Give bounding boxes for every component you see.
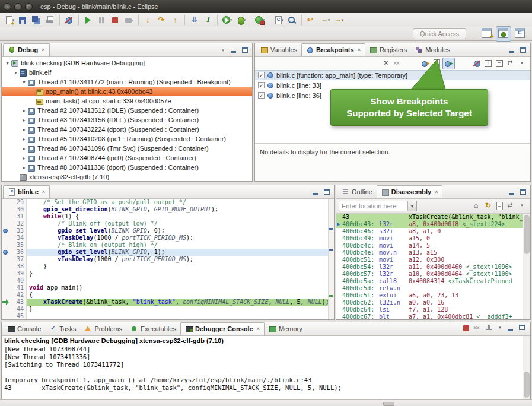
save-all-button[interactable]: [30, 14, 43, 26]
twisty-icon[interactable]: ▾: [21, 80, 27, 85]
scrollbar-thumb[interactable]: [524, 372, 530, 398]
code-line[interactable]: xTaskCreate(&blink_task, "blink_task", c…: [27, 299, 328, 306]
tab-problems[interactable]: Problems: [80, 322, 126, 335]
disassembly-row[interactable]: 400dbc54:l32ra11, 0x400d0460 <_stext+109…: [336, 264, 530, 271]
step-into-button[interactable]: [141, 14, 155, 26]
breakpoint-checkbox[interactable]: ✓: [258, 82, 265, 88]
suspend-button[interactable]: [95, 14, 109, 26]
close-tab-icon[interactable]: ×: [435, 189, 438, 195]
search-button[interactable]: [285, 14, 299, 26]
tab-memory[interactable]: Memory: [265, 322, 307, 335]
show-breakpoints-for-selection-button[interactable]: [420, 58, 431, 69]
maximize-view-icon[interactable]: [519, 46, 528, 55]
code-line[interactable]: [27, 313, 328, 319]
print-button[interactable]: [43, 14, 57, 26]
tab-console[interactable]: Console: [3, 322, 45, 335]
disassembly-row[interactable]: 400dbc51:movia12, 0x300: [336, 256, 530, 264]
twisty-icon[interactable]: ▸: [21, 108, 27, 113]
step-over-button[interactable]: [155, 14, 168, 26]
disassembly-row[interactable]: 400dbc5a:call80x40084314 <xTaskCreatePin…: [336, 278, 530, 285]
code-line[interactable]: /* Blink off (output low) */: [27, 220, 328, 227]
console-scrollbar[interactable]: [523, 336, 530, 399]
tab-breakpoints[interactable]: Breakpoints×: [301, 43, 365, 56]
c-cpp-perspective-button[interactable]: [513, 27, 527, 41]
code-line[interactable]: gpio_set_level(BLINK_GPIO, 1);: [27, 249, 328, 256]
disassembly-row[interactable]: 400dbc46:s32ia8, a1, 0: [336, 228, 530, 235]
breakpoint-marker[interactable]: [2, 249, 9, 256]
minimize-console-button[interactable]: [506, 323, 517, 334]
twisty-icon[interactable]: ▸: [21, 118, 27, 123]
disassembly-row[interactable]: 400dbc4c:movia14, 5: [336, 242, 530, 249]
view-menu-button[interactable]: [517, 58, 528, 69]
code-editor[interactable]: 29 /* Set the GPIO as a push/pull output…: [2, 199, 334, 319]
tab-modules[interactable]: Modules: [411, 43, 454, 56]
window-maximize-button[interactable]: □: [25, 3, 33, 11]
skip-all-breakpoints-view-button[interactable]: [472, 58, 483, 69]
twisty-icon[interactable]: ▾: [12, 70, 19, 75]
code-line[interactable]: [27, 277, 328, 284]
disassembly-row[interactable]: 400dbc4e:mov.na13, a15: [336, 249, 530, 256]
breakpoint-annotation[interactable]: [329, 228, 333, 230]
disassembly-row[interactable]: 400dbc43:l32ra8, 0x400d00f8 <_stext+224>: [336, 221, 530, 228]
step-return-button[interactable]: [168, 14, 182, 26]
breakpoint-item[interactable]: ✓blink.c [function: app_main] [type: Tem…: [255, 70, 530, 80]
console-output[interactable]: blink checking [GDB Hardware Debugging] …: [2, 336, 530, 399]
window-close-button[interactable]: ×: [4, 3, 11, 11]
breakpoint-checkbox[interactable]: ✓: [258, 72, 265, 78]
code-line[interactable]: }: [27, 306, 328, 313]
resume-button[interactable]: [81, 14, 95, 26]
run-button[interactable]: ▾: [220, 14, 234, 26]
sash-gripper[interactable]: [383, 402, 394, 406]
code-line[interactable]: vTaskDelay(1000 / portTICK_PERIOD_MS);: [27, 256, 328, 263]
remove-all-terminated-button[interactable]: [472, 323, 483, 334]
tab-debugger-console[interactable]: Debugger Console×: [180, 322, 265, 335]
code-line[interactable]: void app_main(): [27, 284, 328, 291]
debug-button[interactable]: ▾: [234, 14, 247, 26]
disassembly-row[interactable]: 400dbc62:l32i.na0, a0, 16: [336, 299, 530, 306]
code-line[interactable]: {: [27, 291, 328, 299]
minimize-view-icon[interactable]: [311, 188, 320, 196]
terminate-button[interactable]: [109, 14, 122, 26]
disassembly-row[interactable]: 400dbc5f:extuia6, a0, 23, 13: [336, 292, 530, 299]
tab-executables[interactable]: Executables: [126, 322, 180, 335]
debug-tree-item[interactable]: ▸Thread #2 1073413512 (IDLE) (Suspended …: [2, 106, 252, 115]
code-line[interactable]: /* Blink on (output high) */: [27, 242, 328, 249]
instruction-pointer-marker[interactable]: [2, 299, 9, 306]
show-supported-breakpoints-button[interactable]: [442, 58, 455, 69]
forward-button[interactable]: ▾: [332, 14, 345, 26]
tab-outline[interactable]: Outline: [337, 185, 377, 198]
quick-access-button[interactable]: Quick Access: [413, 28, 466, 39]
collapse-all-button[interactable]: [494, 58, 505, 69]
tab-tasks[interactable]: Tasks: [45, 322, 80, 335]
instruction-stepping-button[interactable]: [201, 14, 215, 26]
maximize-view-icon[interactable]: [241, 46, 250, 55]
terminate-console-button[interactable]: [461, 323, 472, 334]
console-view-menu-button[interactable]: [495, 323, 506, 334]
show-source-button[interactable]: [494, 201, 505, 211]
location-combo[interactable]: Enter location here ▼: [339, 201, 417, 211]
debug-tree-item[interactable]: ▸Thread #5 1073410208 (ipc1 : Running) (…: [2, 134, 252, 144]
minimize-view-icon[interactable]: [508, 46, 517, 55]
disassembly-content[interactable]: 43xTaskCreate(&blink_task, "blink_tas400…: [336, 214, 530, 319]
debug-tree-item[interactable]: ▾blink checking [GDB Hardware Debugging]: [2, 58, 252, 68]
debug-tree-item[interactable]: main_task() at cpu_start.c:339 0x400d057…: [2, 96, 252, 106]
maximize-view-icon[interactable]: [323, 188, 332, 196]
current-line-annotation[interactable]: [329, 295, 333, 297]
window-minimize-button[interactable]: −: [14, 3, 22, 11]
close-tab-icon[interactable]: ×: [42, 47, 44, 53]
disconnect-button[interactable]: [122, 14, 136, 26]
debug-tree-item[interactable]: ▸Thread #7 1073408744 (ipc0) (Suspended …: [2, 153, 252, 163]
disassembly-row[interactable]: 400dbc57:l32ra10, 0x400d0464 <_stext+110…: [336, 271, 530, 278]
code-line[interactable]: }: [27, 263, 328, 270]
twisty-icon[interactable]: ▸: [21, 137, 27, 142]
code-line[interactable]: vTaskDelay(1000 / portTICK_PERIOD_MS);: [27, 234, 328, 242]
code-line[interactable]: gpio_set_direction(BLINK_GPIO, GPIO_MODE…: [27, 206, 328, 213]
disassembly-row[interactable]: 400dbc64:lsif7, a1, 128: [336, 306, 530, 313]
pin-console-button[interactable]: [483, 323, 495, 334]
code-line[interactable]: while(1) {: [27, 213, 328, 220]
twisty-icon[interactable]: ▾: [4, 61, 11, 66]
expand-all-button[interactable]: [483, 58, 494, 69]
debug-perspective-button[interactable]: [496, 26, 511, 42]
debug-tree-item[interactable]: ▸Thread #4 1073432224 (dport) (Suspended…: [2, 125, 252, 134]
tab-blink-c[interactable]: blink.c×: [3, 185, 50, 198]
